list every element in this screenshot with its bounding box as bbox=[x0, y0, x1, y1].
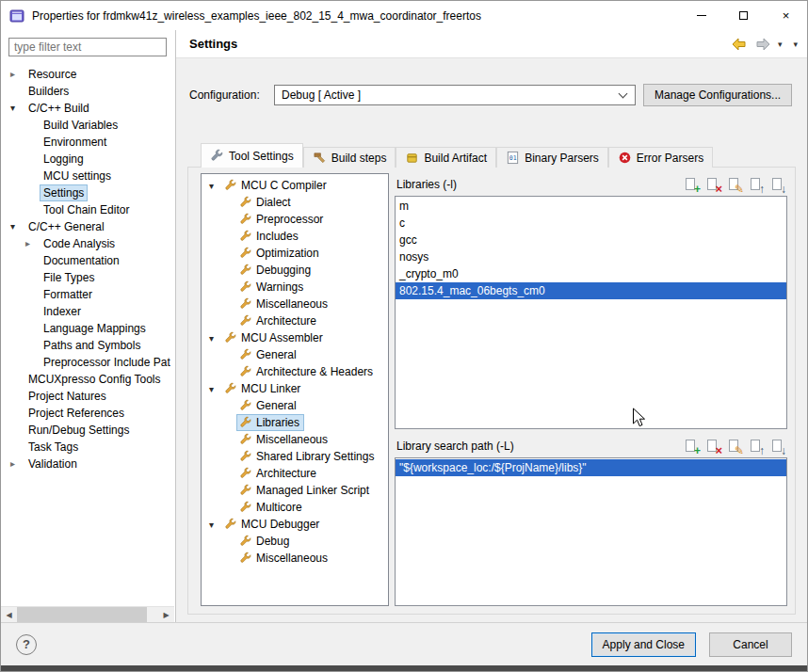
tab-error-parsers[interactable]: Error Parsers bbox=[608, 147, 713, 168]
forward-button[interactable] bbox=[753, 35, 774, 54]
sidebar-tree-item[interactable]: Code Analysis bbox=[1, 235, 175, 252]
tool-tree-item[interactable]: Miscellaneous bbox=[202, 296, 388, 312]
scroll-right-icon[interactable]: ▶ bbox=[158, 607, 174, 622]
tool-tree-item[interactable]: MCU C Compiler bbox=[202, 177, 388, 194]
forward-menu-caret-icon[interactable]: ▾ bbox=[778, 40, 783, 49]
expand-arrow-icon[interactable] bbox=[10, 66, 25, 83]
sidebar-tree-item[interactable]: File Types bbox=[1, 269, 175, 286]
sidebar-horizontal-scrollbar[interactable]: ◀ ▶ bbox=[1, 606, 174, 622]
sidebar-tree-item[interactable]: Tool Chain Editor bbox=[1, 201, 175, 218]
expand-arrow-icon[interactable] bbox=[209, 333, 222, 344]
move-up-icon[interactable]: ↑ bbox=[749, 439, 764, 454]
filter-input[interactable] bbox=[8, 38, 167, 56]
expand-arrow-icon[interactable] bbox=[10, 100, 25, 117]
add-icon[interactable]: + bbox=[684, 439, 699, 454]
tool-tree-item[interactable]: Debug bbox=[202, 533, 388, 550]
tool-tree-item[interactable]: Dialect bbox=[202, 194, 388, 211]
add-icon[interactable]: + bbox=[684, 177, 699, 192]
tool-tree-item[interactable]: Miscellaneous bbox=[202, 550, 388, 567]
tool-tree-item[interactable]: Optimization bbox=[202, 245, 388, 262]
tool-tree-item[interactable]: Architecture bbox=[202, 465, 388, 482]
tool-tree-item[interactable]: General bbox=[202, 397, 388, 414]
library-list-item[interactable]: c bbox=[396, 215, 786, 232]
apply-and-close-button[interactable]: Apply and Close bbox=[591, 632, 696, 657]
tool-tree-item[interactable]: General bbox=[202, 346, 388, 363]
move-down-icon[interactable]: ↓ bbox=[770, 177, 785, 192]
sidebar-tree-item[interactable]: Builders bbox=[1, 83, 175, 100]
tool-tree-item[interactable]: Warnings bbox=[202, 279, 388, 296]
sidebar-tree-item[interactable]: Resource bbox=[1, 66, 175, 83]
delete-icon[interactable]: × bbox=[705, 177, 720, 192]
cancel-button[interactable]: Cancel bbox=[709, 632, 792, 657]
expand-arrow-icon[interactable] bbox=[25, 235, 40, 252]
sidebar-tree-item[interactable]: MCU settings bbox=[1, 168, 175, 184]
sidebar-tree-item[interactable]: Paths and Symbols bbox=[1, 337, 175, 354]
sidebar-tree-item[interactable]: MCUXpresso Config Tools bbox=[1, 371, 175, 388]
tool-tree-item[interactable]: Multicore bbox=[202, 499, 388, 516]
expand-arrow-icon[interactable] bbox=[10, 456, 25, 472]
close-button[interactable]: × bbox=[765, 1, 807, 30]
tool-tree-item[interactable]: Architecture bbox=[202, 312, 388, 329]
expand-arrow-icon[interactable] bbox=[209, 520, 222, 530]
sidebar-item-label: Run/Debug Settings bbox=[25, 423, 132, 438]
scroll-left-icon[interactable]: ◀ bbox=[1, 607, 17, 622]
tool-tree-item[interactable]: Preprocessor bbox=[202, 211, 388, 228]
sidebar-tree-item[interactable]: Project References bbox=[1, 405, 175, 422]
sidebar-tree-item[interactable]: C/C++ General bbox=[1, 218, 175, 235]
sidebar-item-label: Paths and Symbols bbox=[40, 338, 143, 353]
search-path-list: "${workspace_loc:/${ProjName}/libs}" bbox=[395, 457, 787, 606]
tool-tree-item[interactable]: MCU Debugger bbox=[202, 516, 388, 533]
view-menu-caret-icon[interactable]: ▾ bbox=[793, 40, 798, 49]
help-icon[interactable]: ? bbox=[16, 634, 37, 655]
tab-build-artifact[interactable]: Build Artifact bbox=[396, 147, 496, 168]
expand-arrow-icon[interactable] bbox=[10, 218, 25, 235]
tool-icon bbox=[239, 535, 252, 548]
sidebar-tree-item[interactable]: Formatter bbox=[1, 286, 175, 303]
expand-arrow-icon[interactable] bbox=[209, 384, 222, 394]
tool-tree-item[interactable]: Shared Library Settings bbox=[202, 448, 388, 465]
tool-tree-item[interactable]: MCU Linker bbox=[202, 380, 388, 397]
library-list-item[interactable]: _crypto_m0 bbox=[396, 265, 786, 282]
minimize-button[interactable] bbox=[680, 1, 722, 30]
sidebar-tree-item[interactable]: Settings bbox=[1, 184, 175, 201]
edit-icon[interactable]: ✎ bbox=[727, 439, 742, 454]
back-button[interactable] bbox=[729, 35, 750, 54]
tab-tool-settings[interactable]: Tool Settings bbox=[201, 143, 303, 168]
sidebar-tree-item[interactable]: Environment bbox=[1, 134, 175, 151]
move-down-icon[interactable]: ↓ bbox=[770, 439, 785, 454]
sidebar-tree-item[interactable]: Preprocessor Include Pat bbox=[1, 354, 175, 371]
edit-icon[interactable]: ✎ bbox=[727, 177, 742, 192]
sidebar-tree-item[interactable]: Documentation bbox=[1, 252, 175, 269]
tab-build-steps[interactable]: Build steps bbox=[303, 147, 396, 168]
tool-tree-item[interactable]: Libraries bbox=[202, 414, 388, 431]
sidebar-tree-item[interactable]: Run/Debug Settings bbox=[1, 422, 175, 439]
tool-tree-label: Architecture & Headers bbox=[256, 365, 373, 378]
maximize-button[interactable] bbox=[722, 1, 765, 30]
tool-tree-item[interactable]: Debugging bbox=[202, 262, 388, 279]
manage-configurations-button[interactable]: Manage Configurations... bbox=[643, 84, 792, 106]
search-path-list-item[interactable]: "${workspace_loc:/${ProjName}/libs}" bbox=[396, 459, 786, 476]
configuration-combo[interactable]: Debug [ Active ] bbox=[274, 85, 636, 105]
library-list-item[interactable]: nosys bbox=[396, 248, 786, 265]
library-list-item[interactable]: gcc bbox=[396, 232, 786, 248]
library-list-item[interactable]: m bbox=[396, 198, 786, 215]
scrollbar-thumb[interactable] bbox=[17, 607, 147, 622]
sidebar-tree-item[interactable]: Build Variables bbox=[1, 117, 175, 134]
tool-tree-item[interactable]: Architecture & Headers bbox=[202, 363, 388, 380]
expand-arrow-icon[interactable] bbox=[209, 181, 222, 191]
tool-tree-item[interactable]: MCU Assembler bbox=[202, 329, 388, 346]
tool-tree-item[interactable]: Includes bbox=[202, 228, 388, 245]
delete-icon[interactable]: × bbox=[705, 439, 720, 454]
sidebar-tree-item[interactable]: C/C++ Build bbox=[1, 100, 175, 117]
sidebar-tree-item[interactable]: Indexer bbox=[1, 303, 175, 320]
sidebar-tree-item[interactable]: Validation bbox=[1, 456, 175, 472]
tool-tree-item[interactable]: Managed Linker Script bbox=[202, 482, 388, 499]
sidebar-tree-item[interactable]: Language Mappings bbox=[1, 320, 175, 337]
tab-binary-parsers[interactable]: 01 Binary Parsers bbox=[496, 147, 608, 168]
sidebar-tree-item[interactable]: Task Tags bbox=[1, 439, 175, 456]
tool-tree-item[interactable]: Miscellaneous bbox=[202, 431, 388, 448]
sidebar-tree-item[interactable]: Logging bbox=[1, 151, 175, 168]
move-up-icon[interactable]: ↑ bbox=[749, 177, 764, 192]
sidebar-tree-item[interactable]: Project Natures bbox=[1, 388, 175, 405]
library-list-item[interactable]: 802.15.4_mac_06begts_cm0 bbox=[396, 282, 786, 299]
